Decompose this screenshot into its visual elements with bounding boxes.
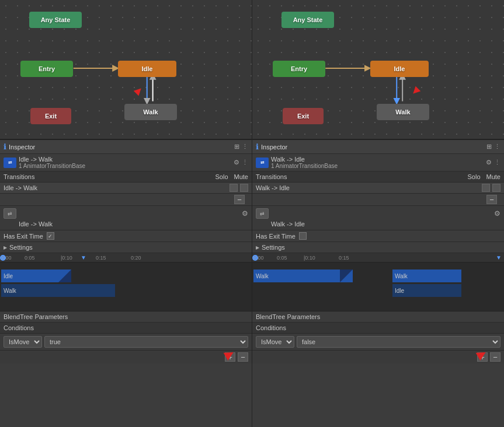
conditions-header-left: Conditions — [0, 323, 252, 334]
add-remove-right: + − — [252, 351, 504, 363]
add-condition-left[interactable]: + — [225, 352, 235, 362]
transition-base-right: 1 AnimatorTransitionBase — [271, 163, 338, 169]
inspector-panel-right: ℹ Inspector ⊞ ⋮ ⇄ Walk -> Idle 1 Animato… — [252, 140, 504, 427]
timeline-bar-walk-right-r: Walk — [392, 270, 461, 282]
node-exit-right[interactable]: Exit — [283, 108, 324, 124]
transition-item-right[interactable]: Walk -> Idle — [252, 183, 504, 194]
transition-block-header-left: ⇄ ⚙ — [4, 208, 248, 219]
condition-param-left[interactable]: IsMove — [4, 336, 42, 348]
add-remove-left: + − — [0, 351, 252, 363]
has-exit-checkbox-left[interactable] — [47, 232, 54, 240]
transition-block-left: ⇄ ⚙ Idle -> Walk — [0, 206, 252, 230]
menu2-icon-left[interactable]: ⋮ — [242, 159, 248, 166]
remove-transition-right[interactable]: − — [486, 195, 497, 204]
transition-name-right: Walk -> Idle — [271, 156, 338, 163]
node-idle-right[interactable]: Idle — [370, 61, 429, 77]
settings-icon-left[interactable]: ⚙ — [234, 159, 239, 166]
timeline-marker-right[interactable]: ▼ — [496, 254, 502, 261]
mute-box-right[interactable] — [492, 184, 500, 192]
transition-sub-label-left: Idle -> Walk — [19, 220, 53, 228]
conditions-header-right: Conditions — [252, 323, 504, 334]
timeline-bar-idle-left: Idle — [1, 270, 71, 282]
has-exit-row-left: Has Exit Time — [0, 230, 252, 242]
inspector-panel-left: ℹ Inspector ⊞ ⋮ ⇄ Idle -> Walk 1 Animato… — [0, 140, 252, 427]
add-condition-right[interactable]: + — [477, 352, 488, 362]
transition-base-left: 1 AnimatorTransitionBase — [19, 163, 85, 169]
remove-transition-left[interactable]: − — [234, 195, 245, 204]
triangle-icon-right: ▶ — [256, 245, 259, 250]
timeline-left[interactable]: 0:00 0:05 |0:10 0:15 0:20 ▼ Idle Walk — [0, 253, 252, 312]
trans-icon-right: ⇄ — [256, 158, 269, 168]
transition-block-icon-left: ⇄ — [4, 208, 16, 219]
conditions-row-right: IsMove false true ▶ — [252, 334, 504, 351]
trans-icon-left: ⇄ — [4, 158, 16, 168]
inspector-label-right: Inspector — [261, 144, 287, 150]
blend-tree-right: BlendTree Parameters — [252, 312, 504, 323]
menu-icon-right[interactable]: ⋮ — [494, 143, 500, 150]
inspector-icons-right[interactable]: ⊞ ⋮ — [486, 143, 500, 150]
settings-row-right[interactable]: ▶ Settings — [252, 242, 504, 253]
walk-tri-right — [340, 270, 353, 282]
graph-panel-right[interactable]: Any State Entry Idle Exit Walk ▶ — [252, 0, 504, 139]
has-exit-label-right: Has Exit Time — [256, 233, 296, 240]
gear-icon-left[interactable]: ⚙ — [242, 209, 248, 218]
timeline-bar-walk-left: Walk — [1, 284, 115, 297]
inspector-label-left: Inspector — [9, 144, 35, 150]
node-walk-left[interactable]: Walk — [124, 104, 177, 120]
timeline-bar-walk-left-r: Walk — [253, 270, 353, 282]
transitions-section-right: Transitions Solo Mute — [252, 172, 504, 183]
menu-icon-left[interactable]: ⋮ — [242, 143, 248, 150]
remove-condition-right[interactable]: − — [490, 352, 500, 362]
transition-block-header-right: ⇄ ⚙ — [256, 208, 500, 219]
transition-block-right: ⇄ ⚙ Walk -> Idle — [252, 206, 504, 230]
timeline-bar-idle-right-r: Idle — [392, 284, 461, 297]
condition-value-right[interactable]: false true — [297, 336, 500, 348]
solo-box-right[interactable] — [482, 184, 490, 192]
inspector-header-right: ℹ Inspector ⊞ ⋮ — [252, 140, 504, 154]
settings-icon-right[interactable]: ⚙ — [486, 159, 492, 166]
timeline-ruler-right: 0:00 0:05 |0:10 0:15 ▼ — [252, 253, 504, 262]
condition-value-left[interactable]: true false — [44, 336, 248, 348]
transition-item-left[interactable]: Idle -> Walk — [0, 183, 252, 194]
node-any-state-right[interactable]: Any State — [281, 12, 334, 28]
has-exit-row-right: Has Exit Time — [252, 230, 504, 242]
settings-row-left[interactable]: ▶ Settings — [0, 242, 252, 253]
node-any-state-left[interactable]: Any State — [29, 12, 82, 28]
timeline-marker-left[interactable]: ▼ — [81, 254, 86, 261]
inspector-header-left: ℹ Inspector ⊞ ⋮ — [0, 140, 252, 154]
inspector-title-left: ℹ Inspector — [4, 142, 35, 151]
info-icon-right: ℹ — [256, 142, 259, 151]
layout-icon-left[interactable]: ⊞ — [234, 143, 239, 150]
conditions-row-left: IsMove true false ▶ — [0, 334, 252, 351]
transition-info-right: ⇄ Walk -> Idle 1 AnimatorTransitionBase … — [252, 154, 504, 172]
graph-panel-left[interactable]: Any State Entry Idle Exit Walk ▶ — [0, 0, 252, 139]
red-arrow-right: ▶ — [410, 86, 423, 99]
transition-name-left: Idle -> Walk — [19, 156, 85, 163]
solo-box-left[interactable] — [230, 184, 238, 192]
node-walk-right[interactable]: Walk — [377, 104, 429, 120]
info-icon-left: ℹ — [4, 142, 6, 151]
node-entry-left[interactable]: Entry — [20, 61, 73, 77]
node-idle-left[interactable]: Idle — [118, 61, 176, 77]
transitions-section-left: Transitions Solo Mute — [0, 172, 252, 183]
transition-sub-label-right: Walk -> Idle — [271, 220, 305, 228]
layout-icon-right[interactable]: ⊞ — [486, 143, 492, 150]
timeline-ruler-left: 0:00 0:05 |0:10 0:15 0:20 ▼ — [0, 253, 252, 262]
triangle-icon-left: ▶ — [4, 245, 7, 250]
remove-condition-left[interactable]: − — [238, 352, 248, 362]
red-arrow-left: ▶ — [131, 84, 144, 97]
inspector-title-right: ℹ Inspector — [256, 142, 287, 151]
transition-info-left: ⇄ Idle -> Walk 1 AnimatorTransitionBase … — [0, 154, 252, 172]
gear-icon-right[interactable]: ⚙ — [494, 209, 500, 218]
timeline-right[interactable]: 0:00 0:05 |0:10 0:15 ▼ Walk Walk Idle — [252, 253, 504, 312]
inspector-icons-left[interactable]: ⊞ ⋮ — [234, 143, 248, 150]
transition-block-icon-right: ⇄ — [256, 208, 269, 219]
node-entry-right[interactable]: Entry — [273, 61, 325, 77]
idle-tri-left — [58, 270, 71, 282]
has-exit-checkbox-right[interactable] — [299, 232, 307, 240]
blend-tree-left: BlendTree Parameters — [0, 312, 252, 323]
node-exit-left[interactable]: Exit — [30, 108, 71, 124]
condition-param-right[interactable]: IsMove — [256, 336, 294, 348]
mute-box-left[interactable] — [240, 184, 248, 192]
menu2-icon-right[interactable]: ⋮ — [494, 159, 500, 166]
